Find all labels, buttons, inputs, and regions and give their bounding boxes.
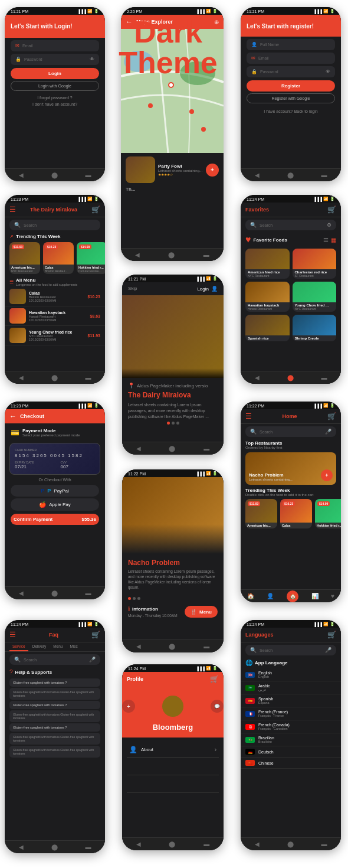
faq-item-1[interactable]: Gluten-free spaghetti with tomatoes ? [9, 678, 100, 687]
back-icon-checkout[interactable]: ← [9, 412, 17, 420]
nav-back-fav[interactable]: ◀ [255, 374, 260, 381]
email-field-register[interactable]: ✉ Email [247, 53, 335, 64]
home-trend-2[interactable]: $10.23 Calas [280, 499, 312, 528]
nav-recent-onboard[interactable]: ▬ [203, 445, 209, 452]
menu-item-3[interactable]: Yeung Chow fried rice NYC Restaurant 10/… [5, 326, 105, 345]
nav-home[interactable]: ⬤ [51, 172, 58, 178]
paypal-btn[interactable]: P P PayPal [11, 485, 99, 497]
lang-deutsch[interactable]: 🇩🇪 Deutsch [241, 746, 341, 758]
nav-recent-maps[interactable]: ▬ [203, 252, 209, 258]
add-rest-btn[interactable]: + [321, 469, 333, 481]
nav-back-detail[interactable]: ◀ [136, 643, 141, 650]
nav-back-faq[interactable]: ◀ [19, 844, 24, 850]
cart-icon-lang[interactable]: 🛒 [327, 631, 336, 639]
password-field-login[interactable]: 🔒 Password 👁 [11, 54, 99, 65]
profile-item-3[interactable] [127, 775, 219, 793]
hamburger-faq[interactable]: ☰ [9, 631, 16, 639]
tab-menu[interactable]: Menu [50, 642, 65, 651]
search-bar-lang[interactable]: 🔍 Search 🎤 [245, 645, 336, 655]
search-bar-rest[interactable]: 🔍 Search [9, 220, 100, 230]
nav-home-reg[interactable]: ⬤ [287, 172, 294, 178]
login-google-button[interactable]: Login with Google [11, 81, 99, 91]
lang-brazilian[interactable]: 🇧🇷 Brazilian Brasileiro [241, 733, 341, 746]
fullname-field[interactable]: 👤 Full Name [247, 39, 335, 50]
nav-home-fav[interactable]: ⬤ [287, 374, 294, 381]
nav-recent-fav[interactable]: ▬ [321, 374, 327, 381]
register-google-button[interactable]: Register with Google [247, 93, 335, 103]
nav-back-rest[interactable]: ◀ [19, 374, 24, 381]
nav-back-onboard[interactable]: ◀ [136, 445, 141, 452]
search-bar-faq[interactable]: 🔍 Search 🎤 [9, 654, 100, 665]
trend-card-1[interactable]: $11.93 American fric... NYC Restaurant [9, 242, 40, 274]
lang-french-france[interactable]: 🇫🇷 French (France) Français - France [241, 707, 341, 720]
fav-item-2[interactable]: Charleston red rice SF Restaurant [293, 249, 337, 279]
login-button[interactable]: Login [11, 68, 99, 79]
tab-service[interactable]: Service [9, 642, 28, 651]
menu-item-2[interactable]: Hawaiian haystack Hawaii Restaurant 10/1… [5, 306, 105, 326]
nav-back-maps[interactable]: ◀ [135, 252, 140, 258]
menu-btn-detail[interactable]: 🍴 Menu [185, 606, 218, 618]
nav-home-icon[interactable]: 🏠 [247, 593, 254, 599]
profile-item-2[interactable] [127, 758, 219, 775]
faq-item-5[interactable]: Gluten-free spaghetti with tomatoes ? [9, 723, 100, 732]
menu-hamburger[interactable]: ☰ [9, 205, 16, 214]
no-account-link[interactable]: I don't have an account? [5, 102, 105, 106]
home-trend-1[interactable]: $11.93 American fric... [245, 499, 277, 528]
lang-english[interactable]: 🇬🇧 English English [241, 668, 341, 681]
nav-home-faq[interactable]: ⬤ [51, 844, 58, 850]
nav-home-active[interactable]: 🏠 [287, 590, 298, 602]
nav-recent-detail[interactable]: ▬ [203, 643, 209, 650]
fav-item-3[interactable]: Hawaiian haystack Hawaii Restaurant [245, 282, 290, 312]
profile-item-4[interactable] [127, 793, 219, 811]
nav-recent-checkout[interactable]: ▬ [86, 590, 91, 596]
cart-icon-profile[interactable]: 🛒 [210, 675, 219, 683]
nav-recent-faq[interactable]: ▬ [86, 844, 91, 850]
nav-home-rest[interactable]: ⬤ [51, 374, 58, 381]
have-account-link[interactable]: I have account? Back to login [241, 109, 341, 113]
trend-card-2[interactable]: $10.23 Calas Boston Restaur... [43, 242, 74, 274]
nav-back-profile[interactable]: ◀ [136, 841, 141, 847]
login-link-onboard[interactable]: Login [197, 286, 209, 292]
nav-back-checkout[interactable]: ◀ [19, 590, 24, 596]
home-trend-3[interactable]: $14.99 Hokkien fried r... [315, 499, 341, 528]
fav-item-5[interactable]: Spanish rice [245, 315, 290, 341]
nav-recent[interactable]: ▬ [86, 172, 91, 178]
nav-heart-icon[interactable]: ♥ [331, 593, 334, 599]
nav-bar-icon[interactable]: 📊 [311, 593, 319, 599]
fav-item-1[interactable]: American fried rice NYC Restaurant [245, 249, 290, 279]
nav-recent-lang[interactable]: ▬ [321, 841, 327, 847]
nav-recent-rest[interactable]: ▬ [86, 374, 91, 381]
list-view-icon[interactable]: ☰ [323, 237, 329, 243]
forgot-password-link[interactable]: I forgot password ? [5, 96, 105, 100]
nav-home-detail[interactable]: ⬤ [169, 643, 175, 650]
fav-item-6[interactable]: Shrimp Creole [293, 315, 337, 341]
tab-misc[interactable]: Misc [67, 642, 80, 651]
profile-about-item[interactable]: 👤 About › [127, 742, 219, 758]
lang-chinese[interactable]: 🇨🇳 Chinese [241, 758, 341, 769]
nav-back-reg[interactable]: ◀ [255, 172, 260, 178]
nav-back-lang[interactable]: ◀ [255, 841, 260, 847]
tab-delivery[interactable]: Delivery [29, 642, 49, 651]
cart-icon-fav[interactable]: 🛒 [327, 205, 336, 214]
fav-item-4[interactable]: Young Chow fried ... NYC Restaurant [293, 282, 337, 312]
nav-home-profile[interactable]: ⬤ [169, 841, 175, 847]
confirm-payment-btn[interactable]: Confirm Payment $55.36 [11, 514, 99, 525]
nav-recent-profile[interactable]: ▬ [203, 841, 209, 847]
nav-home-lang[interactable]: ⬤ [287, 841, 294, 847]
nav-back[interactable]: ◀ [19, 172, 24, 178]
chat-btn[interactable]: 💬 [211, 700, 224, 713]
nav-home-maps[interactable]: ⬤ [168, 252, 175, 258]
add-photo-btn[interactable]: + [122, 700, 135, 713]
search-bar-fav[interactable]: 🔍 Search ⚙ [245, 220, 336, 230]
menu-item-1[interactable]: Calas Boston Restaurant 10/10/2020 03:50… [5, 287, 105, 306]
cart-icon-home[interactable]: 🛒 [327, 412, 336, 420]
cart-icon-faq[interactable]: 🛒 [91, 631, 100, 639]
nav-person-icon[interactable]: 👤 [267, 593, 274, 599]
nav-home-checkout[interactable]: ⬤ [51, 590, 58, 596]
add-to-cart-maps[interactable]: + [206, 164, 219, 177]
grid-view-icon[interactable]: ▦ [331, 237, 336, 243]
lang-arabic[interactable]: 🇸🇦 Arabic عربي [241, 681, 341, 694]
cart-icon-rest[interactable]: 🛒 [91, 205, 100, 214]
search-bar-home[interactable]: 🔍 Search 🎤 [245, 426, 336, 437]
lang-french-canada[interactable]: 🇨🇦 French (Canada) Français - Canadien [241, 720, 341, 733]
